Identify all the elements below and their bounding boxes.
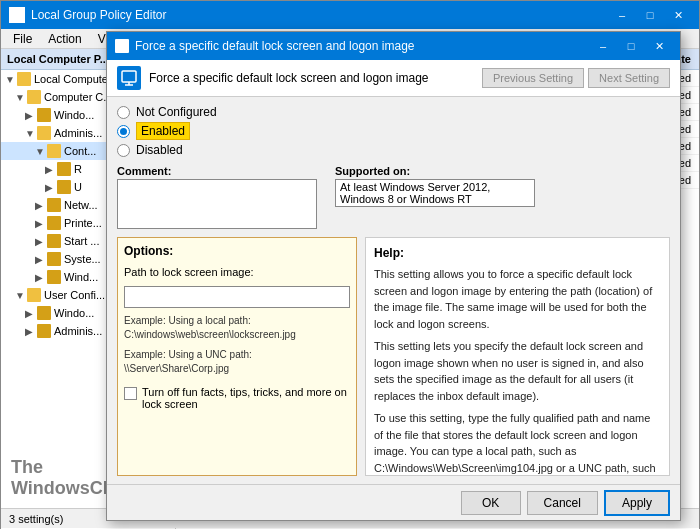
dialog-header-text: Force a specific default lock screen and… xyxy=(149,71,429,85)
example1: Example: Using a local path: C:\windows\… xyxy=(124,314,350,342)
folder-icon xyxy=(57,162,71,176)
window-controls: – □ ✕ xyxy=(609,5,691,25)
expand-arrow: ▼ xyxy=(25,128,35,138)
expand-arrow: ▶ xyxy=(35,200,45,210)
expand-arrow: ▶ xyxy=(35,236,45,246)
help-para-3: To use this setting, type the fully qual… xyxy=(374,410,661,476)
svg-rect-0 xyxy=(122,71,136,82)
help-text: This setting allows you to force a speci… xyxy=(374,266,661,476)
tree-label: Syste... xyxy=(64,253,101,265)
cancel-button[interactable]: Cancel xyxy=(527,491,598,515)
folder-icon xyxy=(37,324,51,338)
disabled-radio[interactable] xyxy=(117,144,130,157)
dialog-nav-buttons: Previous Setting Next Setting xyxy=(482,68,670,88)
tree-label: Netw... xyxy=(64,199,98,211)
apply-button[interactable]: Apply xyxy=(604,490,670,516)
tree-label: Computer C... xyxy=(44,91,112,103)
expand-arrow: ▶ xyxy=(35,218,45,228)
expand-arrow: ▶ xyxy=(25,308,35,318)
app-icon xyxy=(9,7,25,23)
tree-label: User Confi... xyxy=(44,289,105,301)
not-configured-row: Not Configured xyxy=(117,105,670,119)
fun-facts-label: Turn off fun facts, tips, tricks, and mo… xyxy=(142,386,350,410)
main-title-bar: Local Group Policy Editor – □ ✕ xyxy=(1,1,699,29)
dialog-title-bar: Force a specific default lock screen and… xyxy=(107,32,680,60)
dialog-title-text: Force a specific default lock screen and… xyxy=(135,39,590,53)
tree-label: Windo... xyxy=(54,307,94,319)
folder-icon xyxy=(37,108,51,122)
enabled-label: Enabled xyxy=(136,122,190,140)
path-field-label: Path to lock screen image: xyxy=(124,266,350,278)
folder-icon xyxy=(37,306,51,320)
minimize-button[interactable]: – xyxy=(609,5,635,25)
tree-label: Wind... xyxy=(64,271,98,283)
policy-dialog: Force a specific default lock screen and… xyxy=(106,31,681,521)
checkbox-row: Turn off fun facts, tips, tricks, and mo… xyxy=(124,386,350,410)
close-button[interactable]: ✕ xyxy=(665,5,691,25)
maximize-button[interactable]: □ xyxy=(637,5,663,25)
not-configured-label: Not Configured xyxy=(136,105,217,119)
options-title: Options: xyxy=(124,244,350,258)
tree-label: R xyxy=(74,163,82,175)
folder-icon xyxy=(47,270,61,284)
example2: Example: Using a UNC path: \\Server\Shar… xyxy=(124,348,350,376)
tree-label: Start ... xyxy=(64,235,99,247)
menu-action[interactable]: Action xyxy=(40,30,89,48)
enabled-row: Enabled xyxy=(117,122,670,140)
help-para-1: This setting allows you to force a speci… xyxy=(374,266,661,332)
options-panel: Options: Path to lock screen image: Exam… xyxy=(117,237,357,476)
expand-arrow: ▼ xyxy=(35,146,45,156)
expand-arrow: ▼ xyxy=(15,92,25,102)
tree-label: Adminis... xyxy=(54,325,102,337)
tree-label: Adminis... xyxy=(54,127,102,139)
tree-label: Windo... xyxy=(54,109,94,121)
folder-icon xyxy=(27,90,41,104)
ok-button[interactable]: OK xyxy=(461,491,521,515)
example2-value: \\Server\Share\Corp.jpg xyxy=(124,363,229,374)
folder-icon xyxy=(17,72,31,86)
disabled-row: Disabled xyxy=(117,143,670,157)
example1-label: Example: Using a local path: xyxy=(124,315,251,326)
tree-label: Printe... xyxy=(64,217,102,229)
expand-arrow: ▶ xyxy=(25,326,35,336)
dialog-body: Not Configured Enabled Disabled Comment: xyxy=(107,97,680,484)
dialog-icon xyxy=(115,39,129,53)
dialog-split: Options: Path to lock screen image: Exam… xyxy=(117,237,670,476)
folder-icon xyxy=(47,252,61,266)
folder-icon xyxy=(47,234,61,248)
enabled-radio[interactable] xyxy=(117,125,130,138)
dialog-header-icon xyxy=(117,66,141,90)
dialog-minimize-btn[interactable]: – xyxy=(590,36,616,56)
comment-supported-section: Comment: Supported on: At least Windows … xyxy=(117,165,670,229)
main-window-title: Local Group Policy Editor xyxy=(31,8,609,22)
disabled-label: Disabled xyxy=(136,143,183,157)
dialog-close-btn[interactable]: ✕ xyxy=(646,36,672,56)
folder-icon xyxy=(37,126,51,140)
help-para-2: This setting lets you specify the defaul… xyxy=(374,338,661,404)
previous-setting-btn[interactable]: Previous Setting xyxy=(482,68,584,88)
supported-label: Supported on: xyxy=(335,165,535,177)
main-window: Local Group Policy Editor – □ ✕ File Act… xyxy=(0,0,700,529)
folder-icon xyxy=(47,144,61,158)
menu-file[interactable]: File xyxy=(5,30,40,48)
dialog-header-band: Force a specific default lock screen and… xyxy=(107,60,680,97)
status-text: 3 setting(s) xyxy=(9,513,63,525)
expand-arrow: ▶ xyxy=(45,164,55,174)
comment-group: Comment: xyxy=(117,165,317,229)
dialog-footer: OK Cancel Apply xyxy=(107,484,680,520)
expand-arrow: ▼ xyxy=(15,290,25,300)
expand-arrow: ▶ xyxy=(35,254,45,264)
dialog-maximize-btn[interactable]: □ xyxy=(618,36,644,56)
help-panel: Help: This setting allows you to force a… xyxy=(365,237,670,476)
dialog-controls: – □ ✕ xyxy=(590,36,672,56)
fun-facts-checkbox[interactable] xyxy=(124,387,137,400)
help-title: Help: xyxy=(374,244,661,262)
comment-textarea[interactable] xyxy=(117,179,317,229)
folder-icon xyxy=(47,198,61,212)
path-input[interactable] xyxy=(124,286,350,308)
example2-label: Example: Using a UNC path: xyxy=(124,349,252,360)
radio-section: Not Configured Enabled Disabled xyxy=(117,105,670,157)
not-configured-radio[interactable] xyxy=(117,106,130,119)
expand-arrow: ▶ xyxy=(45,182,55,192)
next-setting-btn[interactable]: Next Setting xyxy=(588,68,670,88)
